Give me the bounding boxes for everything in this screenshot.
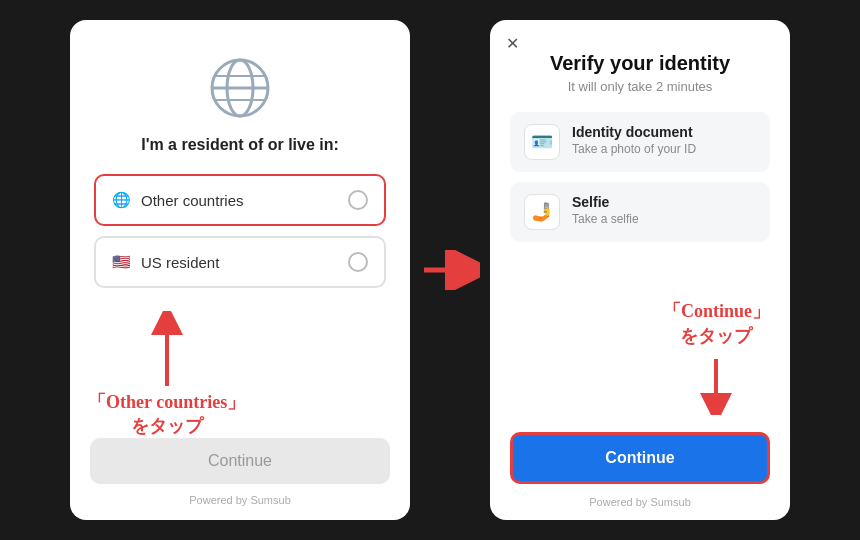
other-label: Other countries <box>141 192 244 209</box>
right-continue-button[interactable]: Continue <box>510 432 770 484</box>
left-panel: I'm a resident of or live in: 🌐 Other co… <box>70 20 410 520</box>
us-label: US resident <box>141 254 219 271</box>
us-radio[interactable] <box>348 252 368 272</box>
selfie-desc: Take a selfie <box>572 212 639 226</box>
close-button[interactable]: ✕ <box>506 34 519 53</box>
right-arrow-icon <box>420 250 480 290</box>
arrow-up-left-icon <box>143 311 191 391</box>
transition-arrow <box>410 250 490 290</box>
us-flag-icon: 🇺🇸 <box>112 253 131 271</box>
step-identity: 🪪 Identity document Take a photo of your… <box>510 112 770 172</box>
option-other-countries[interactable]: 🌐 Other countries <box>94 174 386 226</box>
right-annotation: 「Continue」をタップ <box>663 299 770 349</box>
selfie-icon: 🤳 <box>524 194 560 230</box>
verify-subtitle: It will only take 2 minutes <box>568 79 713 94</box>
right-powered-label: Powered by Sumsub <box>589 496 691 508</box>
left-annotation: 「Other countries」をタップ <box>88 391 245 438</box>
arrow-down-right-icon <box>696 355 736 415</box>
identity-title: Identity document <box>572 124 696 140</box>
identity-icon: 🪪 <box>524 124 560 160</box>
step-selfie: 🤳 Selfie Take a selfie <box>510 182 770 242</box>
other-flag-icon: 🌐 <box>112 191 131 209</box>
left-continue-button[interactable]: Continue <box>90 438 390 484</box>
right-panel: ✕ Verify your identity It will only take… <box>490 20 790 520</box>
identity-desc: Take a photo of your ID <box>572 142 696 156</box>
other-radio[interactable] <box>348 190 368 210</box>
left-powered-label: Powered by Sumsub <box>189 494 291 506</box>
steps-list: 🪪 Identity document Take a photo of your… <box>510 112 770 242</box>
resident-label: I'm a resident of or live in: <box>141 136 339 154</box>
main-container: I'm a resident of or live in: 🌐 Other co… <box>0 0 860 540</box>
globe-icon <box>208 56 272 120</box>
verify-title: Verify your identity <box>550 52 730 75</box>
option-list: 🌐 Other countries 🇺🇸 US resident <box>94 174 386 288</box>
selfie-title: Selfie <box>572 194 639 210</box>
option-us-resident[interactable]: 🇺🇸 US resident <box>94 236 386 288</box>
